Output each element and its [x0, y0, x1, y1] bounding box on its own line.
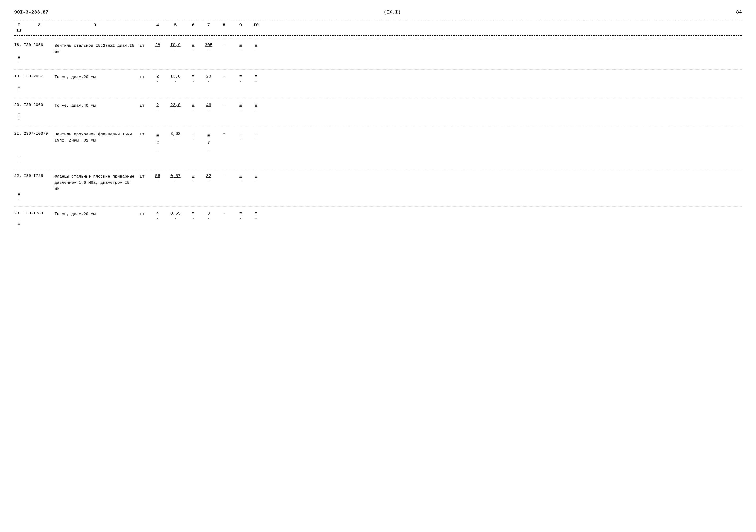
row-22-col10: = -	[249, 173, 263, 183]
row-20-col11: = -	[14, 112, 24, 121]
col-header-3: 3	[55, 22, 135, 28]
row-18-col8: -	[216, 43, 232, 47]
row-19-col10: = -	[249, 74, 263, 83]
row-19-desc: То же, диам.20 мм	[55, 74, 135, 80]
row-20-col7: 46 -	[202, 103, 216, 112]
row-23-col5: 0,65 -	[166, 211, 185, 221]
row-18-col11: = -	[14, 55, 24, 64]
table-row: I8. I30-2056 Вентиль стальной I5с27нжI д…	[14, 38, 742, 67]
row-23-col10: = -	[249, 211, 263, 221]
row-18-num: I8.	[14, 43, 24, 47]
row-23-col8: -	[216, 211, 232, 216]
row-20-num: 20.	[14, 103, 24, 107]
row-21-unit: шт	[135, 131, 149, 137]
row-18-col7: 305 -	[202, 43, 216, 52]
row-23-code: I30-I789	[24, 211, 55, 216]
row-21-code: 2307-I0379	[24, 131, 55, 136]
row-21-col8: -	[216, 131, 232, 136]
col-header-6: 6	[185, 22, 202, 28]
row-19-col7: 28 -	[202, 74, 216, 83]
row-21-col7: = 7 -	[202, 131, 216, 154]
row-19-col4: 2 -	[149, 74, 166, 83]
row-22-unit: шт	[135, 173, 149, 179]
header-bottom-border	[14, 35, 742, 36]
row-18-col9: = -	[232, 43, 249, 52]
row-22-col4: 56 -	[149, 173, 166, 183]
row-18-col6: = -	[185, 43, 202, 52]
row-18-unit: шт	[135, 43, 149, 48]
row-22-col9: = -	[232, 173, 249, 183]
row-20-col6: = -	[185, 103, 202, 112]
row-20-col4: 2 -	[149, 103, 166, 112]
row-20-col5: 23,0 -	[166, 103, 185, 112]
row-18-col10: = -	[249, 43, 263, 52]
table-row: 2I. 2307-I0379 Вентиль проходной фланцев…	[14, 127, 742, 167]
row-19-col6: = -	[185, 74, 202, 83]
page-number: 84	[736, 10, 742, 15]
doc-number: 90I-3-233.87	[14, 10, 48, 15]
row-18-code: I30-2056	[24, 43, 55, 47]
row-21-num: 2I.	[14, 131, 24, 136]
col-header-10: I0	[249, 22, 263, 28]
row-22-col6: = -	[185, 173, 202, 183]
col-header-3b	[135, 22, 149, 28]
row-21-col11: = -	[14, 154, 24, 164]
row-20-code: I30-2060	[24, 103, 55, 107]
col-header-9: 9	[232, 22, 249, 28]
row-20-desc: То же, диам.40 мм	[55, 103, 135, 109]
row-22-code: I30-I788	[24, 173, 55, 178]
row-22-num: 22.	[14, 173, 24, 178]
main-table: I 2 3 4 5 6 7 8 9 I0 II I8. I30-2056 Вен…	[14, 20, 742, 233]
row-23-col4: 4 -	[149, 211, 166, 221]
row-20-col10: = -	[249, 103, 263, 112]
col-header-1: I	[14, 22, 24, 28]
row-19-code: I30-2057	[24, 74, 55, 78]
row-22-col7: 32 -	[202, 173, 216, 183]
top-border	[14, 20, 742, 20]
row-23-col7: 3 -	[202, 211, 216, 221]
table-row: 22. I30-I788 Фланцы стальные плоские при…	[14, 169, 742, 204]
row-22-col11: = -	[14, 192, 24, 201]
doc-section: (IX.I)	[384, 10, 401, 15]
row-20-col9: = -	[232, 103, 249, 112]
table-row: 20. I30-2060 То же, диам.40 мм шт 2 - 23…	[14, 98, 742, 125]
row-20-col8: -	[216, 103, 232, 107]
row-21-desc: Вентиль проходной фланцевый I5кч I9п2, д…	[55, 131, 135, 144]
row-19-unit: шт	[135, 74, 149, 79]
row-18-col4: 28 -	[149, 43, 166, 52]
row-19-col8: -	[216, 74, 232, 78]
col-header-11: II	[14, 28, 24, 33]
row-22-desc: Фланцы стальные плоские приварные давлен…	[55, 173, 135, 192]
col-header-5: 5	[166, 22, 185, 28]
table-row: 23. I30-I789 То же, диам.20 мм шт 4 - 0,…	[14, 206, 742, 233]
row-22-col5: 0,57 -	[166, 173, 185, 183]
row-23-desc: То же, диам.20 мм	[55, 211, 135, 217]
row-19-col9: = -	[232, 74, 249, 83]
row-19-num: I9.	[14, 74, 24, 78]
row-21-col10: = -	[249, 131, 263, 141]
page-header: 90I-3-233.87 (IX.I) 84	[14, 10, 742, 15]
row-23-num: 23.	[14, 211, 24, 216]
row-23-col9: = -	[232, 211, 249, 221]
row-18-desc: Вентиль стальной I5с27нжI диам.I5 мм	[55, 43, 135, 55]
row-22-col8: -	[216, 173, 232, 178]
col-header-4: 4	[149, 22, 166, 28]
table-row: I9. I30-2057 То же, диам.20 мм шт 2 - I3…	[14, 69, 742, 96]
row-20-unit: шт	[135, 103, 149, 108]
col-header-2: 2	[24, 22, 55, 28]
row-23-col11: = -	[14, 221, 24, 230]
row-21-col6: = -	[185, 131, 202, 141]
row-21-col4: = 2 -	[149, 131, 166, 154]
row-21-col9: = -	[232, 131, 249, 141]
col-header-8: 8	[216, 22, 232, 28]
row-19-col5: I3,8 -	[166, 74, 185, 83]
column-headers: I 2 3 4 5 6 7 8 9 I0 II	[14, 21, 742, 35]
row-21-col5: 3,62 -	[166, 131, 185, 141]
row-19-col11: = -	[14, 83, 24, 93]
col-header-7: 7	[202, 22, 216, 28]
row-23-col6: = -	[185, 211, 202, 221]
row-18-col5: I0,9 -	[166, 43, 185, 52]
row-23-unit: шт	[135, 211, 149, 216]
